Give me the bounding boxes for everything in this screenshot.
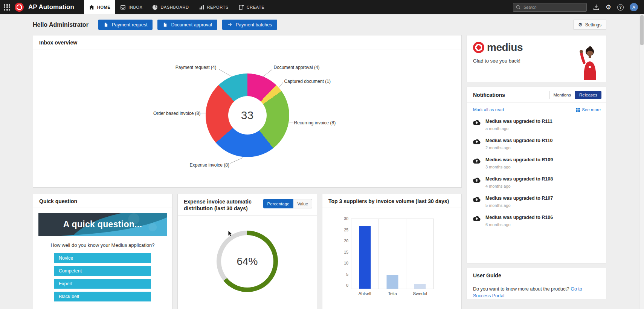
see-more-grid-icon xyxy=(576,108,580,112)
help-button[interactable]: ? xyxy=(617,4,624,11)
x-tick: Swedol xyxy=(406,291,434,296)
cloud-upload-icon xyxy=(472,177,481,188)
notification-item[interactable]: Medius was upgraded to R109 3 months ago xyxy=(467,153,606,173)
help-icon: ? xyxy=(617,4,624,11)
nav-item-reports[interactable]: REPORTS xyxy=(194,0,233,14)
quick-question-banner: A quick question... xyxy=(38,213,167,236)
see-more-link[interactable]: See more xyxy=(582,107,601,112)
nav-item-home[interactable]: HOME xyxy=(84,0,115,14)
app-title: AP Automation xyxy=(28,3,74,11)
card-title: Quick question xyxy=(33,194,172,208)
toggle-percentage[interactable]: Percentage xyxy=(263,199,294,208)
option-expert-button[interactable]: Expert xyxy=(54,279,151,289)
option-competent-button[interactable]: Competent xyxy=(54,266,151,276)
cloud-upload-icon xyxy=(472,119,481,131)
download-icon xyxy=(593,4,600,11)
bar-column xyxy=(351,219,378,289)
option-novice-button[interactable]: Novice xyxy=(54,253,151,263)
notification-time: 5 months ago xyxy=(485,203,553,208)
payment-request-button[interactable]: Payment request xyxy=(98,20,153,30)
cloud-upload-icon xyxy=(472,216,481,227)
expense-distribution-card: Expense invoice automatic distribution (… xyxy=(177,194,317,309)
vertical-scrollbar[interactable] xyxy=(639,14,644,309)
card-title: Top 3 suppliers by invoice volume (last … xyxy=(322,194,461,208)
mark-all-read-link[interactable]: Mark all as read xyxy=(473,107,504,112)
apps-grid-icon[interactable] xyxy=(4,4,10,11)
notification-item[interactable]: Medius was upgraded to R110 2 months ago xyxy=(467,134,606,153)
nav-label: HOME xyxy=(97,5,110,9)
document-approval-button[interactable]: Document approval xyxy=(157,20,217,30)
reports-icon xyxy=(199,5,204,10)
main-nav: HOME INBOX DASHBOARD REPORTS CREATE xyxy=(84,0,269,14)
notification-title: Medius was upgraded to R106 xyxy=(485,215,553,220)
gauge-chart: 64% xyxy=(178,231,317,309)
bar-telia[interactable] xyxy=(387,275,398,289)
notification-title: Medius was upgraded to R108 xyxy=(485,176,553,182)
create-icon xyxy=(238,5,244,10)
settings-gear-button[interactable]: ⚙ xyxy=(606,4,611,11)
card-title: Notifications xyxy=(473,92,549,98)
download-button[interactable] xyxy=(593,4,600,11)
tab-mentions[interactable]: Mentions xyxy=(549,91,575,99)
notification-item[interactable]: Medius was upgraded to R106 6 months ago xyxy=(467,211,606,230)
y-axis: 30 25 20 15 10 5 0 xyxy=(343,217,351,287)
bar-chart: 30 25 20 15 10 5 0 xyxy=(322,208,461,296)
donut-label-order-based-invoice: Order based invoice (8) xyxy=(153,111,200,116)
welcome-illustration xyxy=(579,45,599,80)
nav-item-inbox[interactable]: INBOX xyxy=(115,0,147,14)
bar-swedol[interactable] xyxy=(414,284,426,289)
y-tick: 20 xyxy=(343,239,348,243)
donut-label-recurring-invoice: Recurring invoice (8) xyxy=(294,120,336,125)
button-label: Payment batches xyxy=(236,22,272,28)
notification-title: Medius was upgraded to R111 xyxy=(485,119,552,124)
notification-time: 3 months ago xyxy=(485,165,553,169)
bar-ahlsell[interactable] xyxy=(359,226,371,289)
scrollbar-thumb[interactable] xyxy=(640,15,644,45)
search-icon xyxy=(516,5,521,10)
donut-label-captured-document: Captured document (1) xyxy=(284,79,331,84)
toggle-value[interactable]: Value xyxy=(293,199,312,208)
notification-time: 4 months ago xyxy=(485,184,553,188)
settings-button[interactable]: ⚙ Settings xyxy=(573,20,606,30)
y-tick: 25 xyxy=(343,228,348,232)
notification-title: Medius was upgraded to R110 xyxy=(485,138,553,143)
document-icon xyxy=(104,22,108,27)
gear-icon: ⚙ xyxy=(578,22,583,27)
option-black-belt-button[interactable]: Black belt xyxy=(54,292,151,301)
donut-label-payment-request: Payment request (4) xyxy=(175,65,217,70)
notification-item[interactable]: Medius was upgraded to R111 a month ago xyxy=(467,115,606,134)
search-input[interactable] xyxy=(513,3,587,12)
avatar[interactable]: A xyxy=(630,3,638,11)
nav-item-create[interactable]: CREATE xyxy=(233,0,269,14)
quick-question-options: Novice Competent Expert Black belt xyxy=(33,253,172,301)
y-tick: 5 xyxy=(343,272,348,276)
payment-batches-button[interactable]: Payment batches xyxy=(222,20,278,30)
inbox-donut-chart: 33 Payment request (4) Document approval… xyxy=(104,49,391,185)
medius-logo-icon xyxy=(473,42,484,53)
search-box xyxy=(513,3,587,12)
nav-item-dashboard[interactable]: DASHBOARD xyxy=(147,0,194,14)
document-icon xyxy=(163,22,168,27)
card-title: User Guide xyxy=(467,268,606,282)
gauge-ring: 64% xyxy=(217,231,278,292)
donut-label-document-approval: Document approval (4) xyxy=(274,65,320,70)
top-suppliers-card: Top 3 suppliers by invoice volume (last … xyxy=(322,194,462,309)
plot-area xyxy=(351,219,434,289)
topbar: AP Automation HOME INBOX DASHBOARD REPOR… xyxy=(0,0,644,14)
nav-label: INBOX xyxy=(128,5,142,9)
y-tick: 0 xyxy=(343,283,348,287)
notifications-card: Notifications Mentions Releases Mark all… xyxy=(467,87,606,263)
greeting: Hello Administrator xyxy=(33,21,89,28)
tab-releases[interactable]: Releases xyxy=(575,91,601,99)
button-label: Settings xyxy=(585,22,601,28)
notification-item[interactable]: Medius was upgraded to R108 4 months ago xyxy=(467,173,606,192)
notification-title: Medius was upgraded to R109 xyxy=(485,157,553,162)
inbox-icon xyxy=(120,5,126,10)
button-label: Payment request xyxy=(112,22,148,28)
x-tick: Ahlsell xyxy=(351,291,378,296)
quick-question-card: Quick question A quick question... How w… xyxy=(33,194,172,309)
notification-item[interactable]: Medius was upgraded to R107 5 months ago xyxy=(467,192,606,211)
notification-time: 6 months ago xyxy=(485,222,553,227)
x-axis-labels: Ahlsell Telia Swedol xyxy=(351,291,434,296)
medius-logo-icon xyxy=(15,3,24,12)
